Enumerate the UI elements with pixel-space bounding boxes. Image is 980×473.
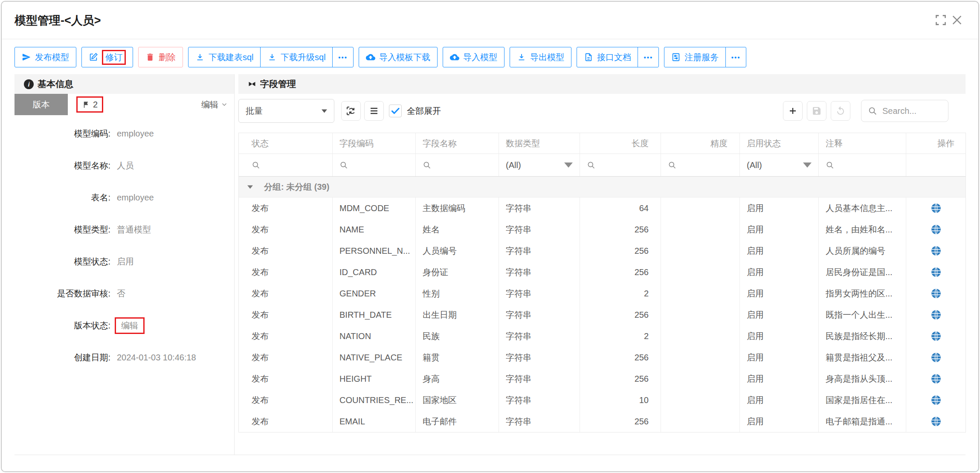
edit-icon — [89, 52, 98, 62]
batch-select[interactable]: 批量 — [238, 99, 334, 123]
version-flag-count: 2 — [93, 100, 98, 110]
basic-info-panel: i 基本信息 版本 2 编辑 模型编码: employee — [14, 74, 235, 455]
field-row-model-code: 模型编码: employee — [14, 118, 234, 150]
sync-button[interactable] — [341, 101, 361, 121]
column-header-status[interactable]: 状态 — [239, 133, 333, 154]
fields-icon — [248, 80, 256, 88]
filter-field-code[interactable] — [333, 154, 416, 176]
cell-precision — [661, 368, 740, 389]
version-flag-annotation-box[interactable]: 2 — [76, 96, 103, 113]
cell-precision — [661, 389, 740, 411]
close-icon[interactable] — [951, 14, 963, 26]
filter-enable-status-select[interactable]: (All) — [740, 154, 819, 176]
field-management-panel: 字段管理 批量 全部展开 — [238, 74, 966, 455]
version-tab[interactable]: 版本 — [14, 94, 68, 115]
cell-field-code: NAME — [333, 219, 416, 240]
globe-icon[interactable] — [931, 331, 942, 342]
globe-icon[interactable] — [931, 416, 942, 427]
register-service-button[interactable]: 注册服务 — [664, 47, 726, 67]
table-row[interactable]: 发布 PERSONNEL_N... 人员编号 字符串 256 启用 人员所属的编… — [239, 240, 966, 261]
revise-button[interactable]: 修订 — [81, 47, 133, 67]
register-service-more-button[interactable]: ••• — [725, 47, 747, 67]
cell-field-code: MDM_CODE — [333, 197, 416, 219]
table-row[interactable]: 发布 EMAIL 电子邮件 字符串 256 启用 电子邮箱是指通... — [239, 411, 966, 432]
table-row[interactable]: 发布 COUNTRIES_RE... 国家地区 字符串 10 启用 国家是指居住… — [239, 389, 966, 411]
expand-all-checkbox[interactable] — [389, 104, 402, 117]
table-row[interactable]: 发布 GENDER 性别 字符串 2 启用 指男女两性的区... — [239, 283, 966, 304]
import-template-download-button[interactable]: 导入模板下载 — [359, 47, 438, 67]
table-row[interactable]: 发布 ID_CARD 身份证 字符串 256 启用 居民身份证是国... — [239, 261, 966, 283]
table-row[interactable]: 发布 NATIVE_PLACE 籍贯 字符串 256 启用 籍贯是指祖父及... — [239, 347, 966, 368]
globe-icon[interactable] — [931, 373, 942, 384]
globe-icon[interactable] — [931, 267, 942, 278]
add-field-button[interactable] — [783, 101, 803, 121]
table-row[interactable]: 发布 HEIGHT 身高 字符串 256 启用 身高是指从头顶... — [239, 368, 966, 389]
globe-icon[interactable] — [931, 395, 942, 406]
caret-down-icon — [564, 161, 573, 169]
download-icon — [195, 52, 205, 62]
cell-field-code: NATIVE_PLACE — [333, 347, 416, 368]
caret-down-icon — [247, 185, 253, 189]
cell-field-name: 国家地区 — [416, 389, 499, 411]
globe-icon[interactable] — [931, 288, 942, 299]
download-create-sql-button[interactable]: 下载建表sql — [188, 47, 261, 67]
sql-more-button[interactable]: ••• — [332, 47, 354, 67]
table-row[interactable]: 发布 MDM_CODE 主数据编码 字符串 64 启用 人员基本信息主... — [239, 197, 966, 219]
column-header-field-code[interactable]: 字段编码 — [333, 133, 416, 154]
globe-icon[interactable] — [931, 203, 942, 214]
version-state-dropdown[interactable]: 编辑 — [201, 99, 228, 110]
cell-field-code: PERSONNEL_N... — [333, 240, 416, 261]
cell-status: 发布 — [239, 261, 333, 283]
filter-data-type-select[interactable]: (All) — [499, 154, 580, 176]
table-row[interactable]: 发布 BIRTH_DATE 出生日期 字符串 256 启用 既指一个人出生... — [239, 304, 966, 325]
column-header-enable-status[interactable]: 启用状态 — [740, 133, 819, 154]
search-box[interactable] — [861, 100, 948, 122]
cell-status: 发布 — [239, 283, 333, 304]
api-doc-more-button[interactable]: ••• — [638, 47, 659, 67]
save-button[interactable] — [807, 101, 826, 121]
download-upgrade-sql-button[interactable]: 下载升级sql — [260, 47, 333, 67]
globe-icon[interactable] — [931, 352, 942, 363]
filter-length[interactable] — [580, 154, 661, 176]
sql-download-button-group: 下载建表sql 下载升级sql ••• — [188, 47, 354, 67]
filter-precision[interactable] — [661, 154, 740, 176]
globe-icon[interactable] — [931, 245, 942, 256]
floppy-save-icon — [812, 106, 822, 116]
column-header-data-type[interactable]: 数据类型 — [499, 133, 580, 154]
cell-data-type: 字符串 — [499, 197, 580, 219]
cell-field-code: COUNTRIES_RE... — [333, 389, 416, 411]
globe-icon[interactable] — [931, 309, 942, 320]
maximize-icon[interactable] — [935, 14, 947, 26]
cell-enable-status: 启用 — [740, 325, 819, 347]
filter-comment[interactable] — [819, 154, 906, 176]
column-header-comment[interactable]: 注释 — [819, 133, 906, 154]
cell-enable-status: 启用 — [740, 240, 819, 261]
column-header-operation[interactable]: 操作 — [906, 133, 966, 154]
import-model-button[interactable]: 导入模型 — [443, 47, 504, 67]
column-header-precision[interactable]: 精度 — [661, 133, 740, 154]
column-header-field-name[interactable]: 字段名称 — [416, 133, 499, 154]
publish-model-button[interactable]: 发布模型 — [14, 47, 76, 67]
field-management-header: 字段管理 — [238, 74, 966, 94]
undo-button[interactable] — [831, 101, 850, 121]
cell-precision — [661, 261, 740, 283]
cell-data-type: 字符串 — [499, 240, 580, 261]
version-row: 版本 2 编辑 — [14, 94, 234, 115]
globe-icon[interactable] — [931, 224, 942, 235]
document-icon — [584, 52, 593, 62]
cell-status: 发布 — [239, 389, 333, 411]
group-row-ungrouped[interactable]: 分组: 未分组 (39) — [239, 177, 966, 197]
api-doc-button[interactable]: 接口文档 — [577, 47, 638, 67]
filter-field-name[interactable] — [416, 154, 499, 176]
column-header-length[interactable]: 长度 — [580, 133, 661, 154]
filter-status[interactable] — [239, 154, 333, 176]
table-row[interactable]: 发布 NATION 民族 字符串 2 启用 民族是指经长期... — [239, 325, 966, 347]
cell-comment: 人员所属的编号 — [819, 240, 906, 261]
menu-button[interactable] — [364, 101, 384, 121]
cell-comment: 民族是指经长期... — [819, 325, 906, 347]
api-doc-button-group: 接口文档 ••• — [577, 47, 659, 67]
delete-button[interactable]: 删除 — [138, 47, 183, 67]
search-input[interactable] — [881, 106, 942, 116]
export-model-button[interactable]: 导出模型 — [510, 47, 571, 67]
table-row[interactable]: 发布 NAME 姓名 字符串 256 启用 姓名，由姓和名... — [239, 219, 966, 240]
